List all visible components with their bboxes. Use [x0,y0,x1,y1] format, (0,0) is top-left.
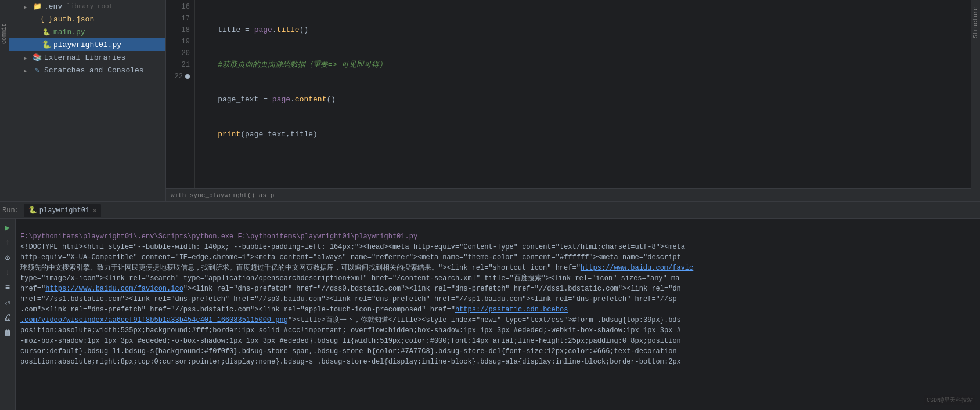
structure-label: Structure [972,2,979,43]
output-line-7: .com"><link rel="dns-prefetch" href="//p… [20,306,568,314]
run-button[interactable]: ▶ [1,221,14,234]
run-label: Run: [2,206,19,215]
run-panel: Run: 🐍 playwright01 ✕ ▶ ↑ ⚙ ↓ ≡ ⏎ 🖨 🗑 F:… [0,201,980,410]
output-line-3: 球领先的中文搜索引擎、致力于让网民更便捷地获取信息，找到所求。百度超过千亿的中文… [20,264,693,272]
line-num-20: 20 [166,48,190,59]
output-line-9: position:absolute;width:535px;background… [20,326,681,335]
sidebar-item-playwright01[interactable]: 🐍 playwright01.py [9,38,165,51]
code-line-18: page_text = page.content() [200,94,971,106]
sidebar-item-auth-json[interactable]: { } auth.json [9,13,165,26]
scratches-icon: ✎ [33,66,42,75]
watermark: CSDN@星天科技站 [924,395,975,405]
python-icon: 🐍 [42,40,51,49]
line-num-empty-4 [166,117,190,129]
sidebar-item-label: playwright01.py [53,41,121,49]
line-num-empty-3 [166,106,190,117]
chevron-right-icon [21,2,30,11]
output-line-4: type="image/x-icon"><link rel="search" t… [20,274,679,282]
run-tabs-bar: Run: 🐍 playwright01 ✕ [0,202,980,219]
line-num-16: 16 [166,1,190,13]
tab-close-button[interactable]: ✕ [93,207,96,214]
sidebar-item-scratches[interactable]: ✎ Scratches and Consoles [9,64,165,77]
wrap-button[interactable]: ⏎ [1,296,14,309]
code-line-17: #获取页面的页面源码数据（重要=> 可见即可得） [200,59,971,71]
output-line-1: <!DOCTYPE html><html style="--bubble-wid… [20,243,685,251]
breadcrumb-bar: with sync_playwright() as p [166,188,971,201]
sidebar-item-sublabel: library root [67,3,113,10]
line-num-18: 18 [166,24,190,36]
output-line-12: position:absolute;right:8px;top:0;cursor… [20,358,681,366]
run-content-area: ▶ ↑ ⚙ ↓ ≡ ⏎ 🖨 🗑 F:\pythonitems\playwrigh… [0,219,980,410]
sidebar-item-env[interactable]: 📁 .env library root [9,0,165,13]
chevron-right-icon [21,66,30,75]
file-tree-sidebar: 📁 .env library root { } auth.json 🐍 main… [9,0,166,201]
code-lines-container[interactable]: title = page.title() #获取页面的页面源码数据（重要=> 可… [195,0,971,188]
format-button[interactable]: ≡ [1,281,14,294]
sidebar-item-label: External Libraries [44,53,125,62]
file-spacer [30,40,39,49]
sidebar-item-external-libs[interactable]: 📚 External Libraries [9,51,165,64]
line-num-empty-2 [166,94,190,106]
code-line-16: title = page.title() [200,24,971,36]
breadcrumb-text: with sync_playwright() as p [171,192,274,199]
output-line-5: href="https://www.baidu.com/favicon.ico"… [20,285,681,293]
code-line-20 [200,164,971,175]
run-tab-name: playwright01 [39,206,89,215]
run-toolbar: ▶ ↑ ⚙ ↓ ≡ ⏎ 🖨 🗑 [0,219,16,410]
print-button[interactable]: 🖨 [1,311,14,324]
line-num-17: 17 [166,13,190,24]
code-line-19: print(page_text,title) [200,129,971,140]
output-line-10: -moz-box-shadow:1px 1px 3px #ededed;-o-b… [20,337,681,345]
sidebar-item-label: Scratches and Consoles [44,66,144,75]
folder-icon: 📁 [33,2,42,11]
command-line: F:\pythonitems\playwright01\.env\Scripts… [20,233,417,241]
sidebar-item-label: .env [44,2,62,11]
run-tab-icon: 🐍 [28,206,37,215]
python-icon: 🐍 [42,27,51,37]
file-spacer [30,27,39,37]
run-output[interactable]: F:\pythonitems\playwright01\.env\Scripts… [16,219,980,410]
settings-button[interactable]: ⚙ [1,251,14,264]
line-num-empty-1 [166,82,190,94]
output-line-8: .com/video/wiseindex/aa6eef91f8b5b1a33b4… [20,316,681,324]
editor-area: 16 17 18 19 20 21 22 title [166,0,971,201]
breakpoint-marker [185,74,190,79]
json-icon: { } [42,14,51,24]
code-content[interactable]: 16 17 18 19 20 21 22 title [166,0,971,188]
file-spacer [30,14,39,24]
commit-label: Commit [1,23,8,44]
output-line-11: cursor:default}.bdsug li.bdsug-s{backgro… [20,347,677,355]
commit-sidebar: Commit [0,0,9,201]
sidebar-item-main-py[interactable]: 🐍 main.py [9,26,165,38]
line-numbers: 16 17 18 19 20 21 22 [166,0,195,188]
structure-sidebar: Structure [971,0,980,201]
run-tab-playwright01[interactable]: 🐍 playwright01 ✕ [24,204,101,217]
sidebar-item-label: auth.json [53,15,94,24]
sidebar-item-label: main.py [53,28,85,37]
line-num-22: 22 [166,71,190,82]
line-num-empty-5 [166,129,190,140]
down-button[interactable]: ↓ [1,266,14,279]
output-line-2: http-equiv="X-UA-Compatible" content="IE… [20,253,681,262]
clear-button[interactable]: 🗑 [1,326,14,339]
output-line-6: href="//ss1.bdstatic.com"><link rel="dns… [20,295,677,303]
library-icon: 📚 [33,53,42,62]
up-button[interactable]: ↑ [1,236,14,249]
line-num-19: 19 [166,36,190,48]
line-num-21: 21 [166,59,190,71]
chevron-right-icon [21,53,30,62]
